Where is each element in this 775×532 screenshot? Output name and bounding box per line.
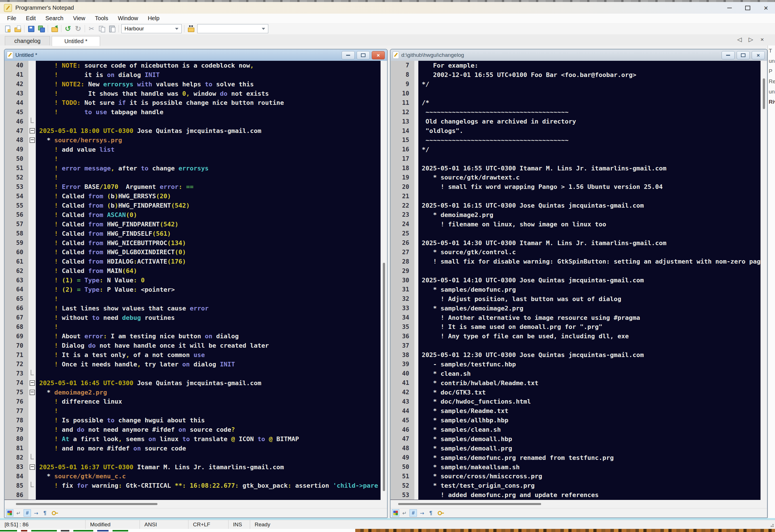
- code-text: 2025-05-01 16:45 UTC-0300 Jose Quintas j…: [36, 379, 261, 387]
- line-number: 19: [391, 173, 415, 182]
- code-line: 49 * samples/demofunc.prg renamed from t…: [391, 453, 767, 462]
- whitespace-arrow-icon[interactable]: →: [418, 509, 426, 517]
- menu-file[interactable]: File: [2, 15, 21, 22]
- code-text: ! Called from HDIALOG:ACTIVATE(176): [36, 258, 186, 265]
- find-in-files-button[interactable]: [186, 24, 196, 34]
- menu-tools[interactable]: Tools: [90, 15, 113, 22]
- new-file-button[interactable]: [2, 24, 12, 34]
- fold-collapse-icon[interactable]: [30, 464, 35, 470]
- line-number: 56: [5, 210, 28, 220]
- menu-help[interactable]: Help: [143, 15, 164, 22]
- tab-changelog[interactable]: changelog: [5, 36, 50, 46]
- code-editor[interactable]: 7 For example:8 2002-12-01 16:55 UTC+010…: [391, 61, 767, 500]
- whitespace-arrow-icon[interactable]: →: [32, 509, 40, 517]
- search-select[interactable]: [197, 24, 268, 33]
- restore-icon: [741, 53, 745, 57]
- child-title: d:\github\hwgui\changelog: [401, 52, 464, 58]
- redo-button[interactable]: [73, 24, 83, 34]
- close-tab-button[interactable]: ×: [759, 36, 766, 43]
- horizontal-scrollbar[interactable]: [391, 500, 767, 508]
- child-close-button[interactable]: ×: [372, 51, 385, 59]
- vertical-scrollbar-thumb[interactable]: [383, 263, 385, 491]
- copy-icon: [98, 25, 105, 32]
- vertical-scrollbar[interactable]: [380, 61, 387, 500]
- code-text: * source/gtk/drawtext.c: [418, 174, 520, 181]
- wrap-icon[interactable]: ↵: [401, 509, 408, 517]
- pilcrow-icon[interactable]: ¶: [41, 509, 49, 517]
- save-all-icon: [37, 25, 45, 32]
- child-close-button[interactable]: ×: [752, 51, 765, 59]
- child-minimize-button[interactable]: [341, 51, 355, 59]
- resize-grip[interactable]: [769, 523, 774, 527]
- minimize-button[interactable]: [720, 2, 739, 14]
- tab-untitled-[interactable]: Untitled *: [52, 36, 100, 46]
- scroll-tabs-left-button[interactable]: ◁: [736, 36, 743, 43]
- code-line: 47 * samples/demoall.hbp: [391, 434, 767, 444]
- desktop-wallpaper-sliver: [355, 529, 775, 532]
- vertical-scrollbar[interactable]: [761, 61, 767, 500]
- child-restore-button[interactable]: [357, 51, 370, 59]
- child-titlebar[interactable]: Untitled *×: [5, 49, 387, 61]
- line-number: 32: [391, 294, 415, 304]
- horizontal-scrollbar[interactable]: [5, 500, 387, 508]
- code-text: ! small fix for disable warning: GtkSpin…: [418, 258, 761, 265]
- horizontal-scrollbar-thumb[interactable]: [398, 503, 541, 505]
- child-titlebar[interactable]: d:\github\hwgui\changelog×: [391, 49, 767, 61]
- cut-button[interactable]: [86, 24, 97, 34]
- code-line: 52 !: [5, 173, 387, 182]
- fold-collapse-icon[interactable]: [30, 380, 35, 386]
- app-titlebar: Programmer's Notepad ×: [0, 2, 775, 14]
- vertical-scrollbar-thumb[interactable]: [763, 78, 765, 109]
- syntax-grid-icon[interactable]: [392, 509, 399, 517]
- fold-margin: [28, 360, 36, 369]
- undo-button[interactable]: [63, 24, 73, 34]
- fold-margin: [415, 369, 418, 378]
- code-text: ! Called from HWG_DLGBOXINDIRECT(0): [36, 249, 186, 256]
- fold-collapse-icon[interactable]: [30, 137, 35, 143]
- code-editor[interactable]: 40 ! NOTE: source code of nicebutton is …: [5, 61, 387, 500]
- line-number: 37: [391, 341, 415, 350]
- line-numbers-icon[interactable]: #: [24, 509, 31, 517]
- menu-view[interactable]: View: [68, 15, 90, 22]
- scheme-select[interactable]: Harbour: [121, 24, 182, 33]
- code-line: 80 ! At a first look, seems on linux to …: [5, 434, 387, 444]
- fold-margin: [28, 80, 36, 89]
- menu-edit[interactable]: Edit: [21, 15, 40, 22]
- status-modified: Modified: [86, 520, 140, 529]
- fold-margin: [415, 434, 418, 444]
- maximize-button[interactable]: [739, 2, 757, 14]
- save-all-button[interactable]: [36, 24, 46, 34]
- code-line: 53 ! added demofunc.prg and update refer…: [391, 490, 767, 500]
- status-label: CR+LF: [193, 521, 210, 528]
- line-number: 65: [5, 294, 28, 304]
- paste-button[interactable]: [107, 24, 117, 34]
- pilcrow-icon[interactable]: ¶: [427, 509, 435, 517]
- status-label: [8:51] : 86: [5, 521, 29, 528]
- open-folder-button[interactable]: [49, 24, 60, 34]
- copy-button[interactable]: [97, 24, 107, 34]
- key-icon[interactable]: [50, 509, 57, 517]
- fold-margin: [415, 266, 418, 276]
- wrap-icon[interactable]: ↵: [15, 509, 22, 517]
- fold-collapse-icon[interactable]: [30, 390, 35, 395]
- open-file-button[interactable]: [12, 24, 23, 34]
- child-restore-button[interactable]: [737, 51, 750, 59]
- save-button[interactable]: [26, 24, 36, 34]
- syntax-grid-icon[interactable]: [6, 509, 13, 517]
- code-text: * samples/demofunc.prg renamed from test…: [418, 454, 614, 461]
- fold-margin: [415, 98, 418, 108]
- status-cr-lf: CR+LF: [188, 520, 228, 529]
- status-label: Modified: [90, 521, 111, 528]
- line-numbers-icon[interactable]: #: [410, 509, 417, 517]
- menu-window[interactable]: Window: [113, 15, 143, 22]
- code-line: 81 ! and no more #ifdef on source code: [5, 444, 387, 453]
- close-button[interactable]: ×: [757, 2, 775, 14]
- horizontal-scrollbar-thumb[interactable]: [16, 503, 157, 505]
- fold-margin: [415, 210, 418, 220]
- code-line: 75 * demoimage2.prg: [5, 388, 387, 397]
- fold-collapse-icon[interactable]: [30, 128, 35, 133]
- menu-search[interactable]: Search: [41, 15, 68, 22]
- scroll-tabs-right-button[interactable]: ▷: [747, 36, 755, 43]
- child-minimize-button[interactable]: [722, 51, 735, 59]
- key-icon[interactable]: [436, 509, 443, 517]
